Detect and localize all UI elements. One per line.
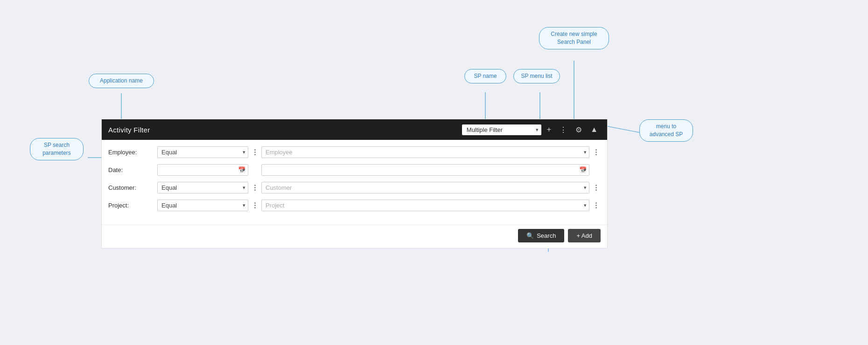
chevron-icon-button[interactable]: ▲ — [588, 124, 601, 136]
filter-operator-customer-wrap[interactable]: Equal — [157, 182, 248, 193]
panel-header: Activity Filter Multiple Filter + ⋮ ⚙ ▲ — [102, 119, 607, 140]
sp-name-select[interactable]: Multiple Filter — [462, 124, 541, 135]
filter-value-project-wrap[interactable]: Project — [261, 200, 589, 211]
panel-footer: 🔍 Search + Add — [102, 225, 607, 248]
add-icon-button[interactable]: + — [544, 124, 554, 136]
filter-value-dots-customer[interactable] — [591, 183, 601, 193]
search-button[interactable]: 🔍 Search — [518, 229, 564, 242]
annotation-sp-menu-list: SP menu list — [513, 69, 560, 83]
filter-operator-project-wrap[interactable]: Equal — [157, 200, 248, 211]
panel-body: Employee: Equal Employee Date: — [102, 140, 607, 223]
filter-operator-employee-wrap[interactable]: Equal — [157, 146, 248, 158]
filter-label-customer: Customer: — [108, 184, 157, 191]
filter-row-project: Project: Equal Project — [108, 198, 601, 213]
filter-row-customer: Customer: Equal Customer — [108, 180, 601, 195]
filter-label-date: Date: — [108, 166, 157, 173]
filter-date-to[interactable] — [261, 164, 589, 176]
filter-operator-dots-project[interactable] — [250, 200, 259, 210]
filter-value-dots-employee[interactable] — [591, 147, 601, 157]
filter-value-employee-wrap[interactable]: Employee — [261, 146, 589, 158]
filter-operator-employee[interactable]: Equal — [157, 146, 248, 158]
filter-label-project: Project: — [108, 202, 157, 209]
add-button[interactable]: + Add — [568, 229, 601, 242]
annotation-sp-name: SP name — [464, 69, 506, 83]
filter-row-date: Date: 📅 📅 — [108, 162, 601, 177]
activity-filter-panel: Activity Filter Multiple Filter + ⋮ ⚙ ▲ … — [101, 119, 608, 248]
filter-operator-project[interactable]: Equal — [157, 200, 248, 211]
filter-operator-customer[interactable]: Equal — [157, 182, 248, 193]
filter-value-customer[interactable]: Customer — [261, 182, 589, 193]
dots-icon-button[interactable]: ⋮ — [557, 124, 570, 136]
gear-icon-button[interactable]: ⚙ — [573, 124, 585, 136]
filter-date-from[interactable] — [157, 164, 248, 176]
filter-value-employee[interactable]: Employee — [261, 146, 589, 158]
filter-operator-dots-employee[interactable] — [250, 147, 259, 157]
filter-operator-date-wrap[interactable]: 📅 — [157, 164, 248, 176]
filter-value-dots-project[interactable] — [591, 200, 601, 210]
add-button-label: + Add — [576, 232, 592, 239]
filter-value-project[interactable]: Project — [261, 200, 589, 211]
panel-title: Activity Filter — [108, 126, 150, 134]
svg-line-5 — [608, 126, 644, 133]
search-icon: 🔍 — [526, 232, 534, 239]
annotation-create-new-sp: Create new simple Search Panel — [539, 27, 609, 49]
filter-row-employee: Employee: Equal Employee — [108, 145, 601, 159]
sp-name-dropdown-wrap[interactable]: Multiple Filter — [462, 124, 541, 135]
filter-value-customer-wrap[interactable]: Customer — [261, 182, 589, 193]
filter-value-date-wrap[interactable]: 📅 — [261, 164, 589, 176]
annotation-application-name: Application name — [89, 74, 154, 88]
search-button-label: Search — [537, 232, 556, 239]
annotation-sp-search-parameters: SP search parameters — [30, 138, 84, 160]
filter-label-employee: Employee: — [108, 149, 157, 156]
annotation-menu-to-advanced-sp: menu to advanced SP — [639, 119, 693, 142]
panel-header-right: Multiple Filter + ⋮ ⚙ ▲ — [462, 124, 601, 136]
filter-operator-dots-customer[interactable] — [250, 183, 259, 193]
